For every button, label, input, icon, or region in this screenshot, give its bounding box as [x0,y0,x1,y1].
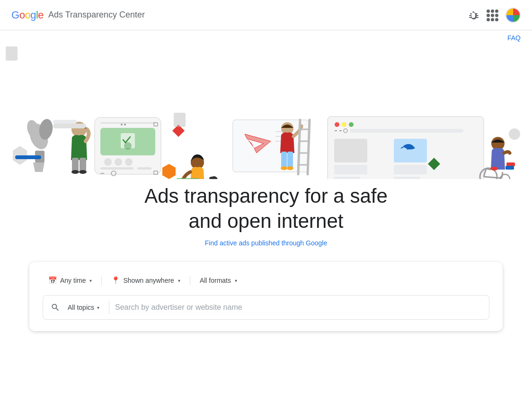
topics-divider [109,301,109,314]
svg-rect-77 [53,124,86,128]
search-row: All topics ▾ [43,295,489,320]
google-logo: Google [11,9,44,21]
svg-rect-9 [80,158,86,172]
svg-point-72 [490,167,498,171]
calendar-icon: 📅 [48,276,57,285]
logo-e: e [38,9,44,21]
location-filter-label: Shown anywhere [123,277,174,284]
svg-rect-58 [334,139,367,162]
svg-point-14 [121,124,123,126]
hero-illustration [0,42,532,184]
svg-rect-41 [287,152,293,168]
hero-title-line2: and open internet [189,210,344,232]
svg-rect-24 [137,167,151,170]
svg-point-10 [71,170,79,174]
header-actions [468,8,521,23]
search-input[interactable] [115,303,481,312]
logo-g2: g [30,9,36,21]
header: Google Ads Transparency Center [0,0,532,30]
svg-rect-29 [174,113,186,127]
svg-point-15 [124,124,126,126]
main-content: Ads transparency for a safe and open int… [0,184,532,350]
svg-point-20 [104,158,112,166]
svg-rect-62 [394,139,427,162]
filter-divider-1 [101,276,102,285]
svg-point-21 [115,158,122,166]
time-filter-label: Any time [60,277,86,284]
svg-point-53 [349,122,354,127]
svg-line-71 [486,169,491,170]
svg-rect-31 [176,178,200,179]
svg-rect-57 [350,129,463,133]
location-icon: 📍 [111,276,120,285]
svg-rect-74 [505,166,514,170]
svg-rect-63 [394,165,427,174]
topics-filter-button[interactable]: All topics ▾ [64,302,103,313]
hero-title-line1: Ads transparency for a safe [144,185,388,207]
svg-rect-8 [72,158,79,172]
svg-rect-6 [15,155,41,159]
svg-point-51 [335,122,339,127]
svg-rect-73 [506,162,515,166]
hero-subtitle: Find active ads published through Google [205,239,327,247]
time-filter-button[interactable]: 📅 Any time ▾ [43,273,98,288]
svg-point-11 [79,170,87,174]
svg-point-76 [509,128,520,140]
logo-o2: o [25,9,30,21]
filter-row: 📅 Any time ▾ 📍 Shown anywhere ▾ All form… [43,273,489,288]
logo-o1: o [19,9,25,21]
topics-chevron-icon: ▾ [97,305,99,310]
topics-filter-label: All topics [68,304,94,311]
bug-report-icon[interactable] [468,9,479,21]
svg-point-19 [124,142,132,150]
header-logo-area: Google Ads Transparency Center [11,9,145,21]
svg-point-43 [287,166,293,170]
hero-title: Ads transparency for a safe and open int… [144,184,388,234]
location-filter-button[interactable]: 📍 Shown anywhere ▾ [106,273,186,288]
svg-point-22 [125,158,133,166]
time-chevron-icon: ▾ [89,278,92,283]
format-filter-button[interactable]: All formats ▾ [194,274,243,287]
svg-rect-59 [334,165,367,174]
location-chevron-icon: ▾ [178,278,180,283]
svg-marker-79 [162,164,176,179]
svg-rect-78 [53,120,77,124]
svg-point-52 [342,122,346,127]
search-icon [51,303,60,312]
svg-rect-40 [281,152,287,168]
svg-rect-13 [100,122,155,124]
faq-bar: FAQ [0,30,532,42]
svg-rect-64 [394,177,420,179]
svg-point-42 [281,166,287,170]
format-filter-label: All formats [200,277,231,284]
svg-rect-23 [100,167,133,170]
svg-point-68 [491,137,505,150]
svg-rect-60 [334,177,360,179]
search-card: 📅 Any time ▾ 📍 Shown anywhere ▾ All form… [29,262,503,331]
avatar[interactable] [505,8,521,23]
svg-rect-28 [6,46,18,61]
faq-link[interactable]: FAQ [507,34,521,42]
filter-divider-2 [190,276,190,285]
format-chevron-icon: ▾ [235,278,237,283]
app-title: Ads Transparency Center [48,10,145,20]
svg-marker-5 [33,162,44,172]
apps-icon[interactable] [487,9,498,21]
logo-g: G [11,9,19,21]
